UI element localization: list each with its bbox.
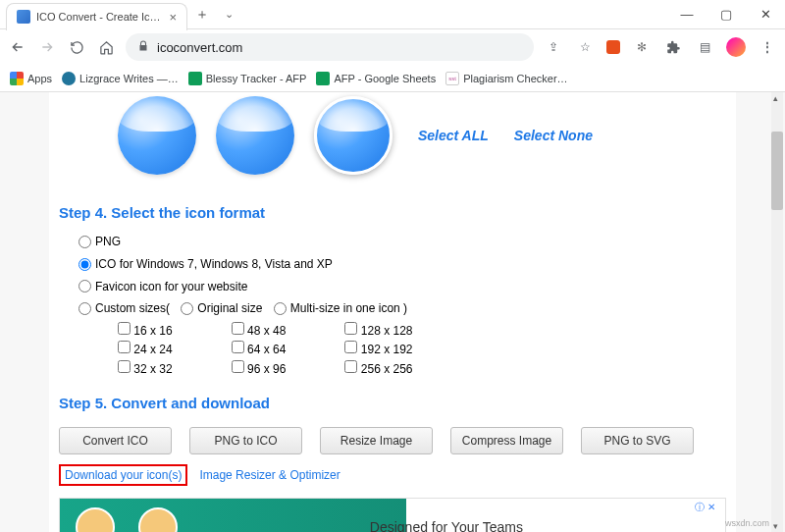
star-icon[interactable]: ☆ (575, 37, 595, 57)
size-label: 96 x 96 (247, 362, 286, 376)
label-original: Original size (197, 297, 262, 320)
bookmark-item[interactable]: AFP - Google Sheets (316, 72, 436, 85)
viewport: Select ALL Select None Step 4. Select th… (0, 92, 785, 532)
check-64[interactable] (232, 341, 244, 353)
apps-button[interactable]: Apps (10, 72, 52, 85)
minimize-button[interactable]: — (667, 0, 706, 29)
ad-close-icon[interactable]: ⓘ ✕ (695, 501, 715, 514)
profile-avatar[interactable] (726, 37, 746, 57)
page-content: Select ALL Select None Step 4. Select th… (49, 92, 736, 532)
extension-icon-1[interactable] (606, 40, 620, 54)
preview-circle[interactable] (118, 96, 196, 175)
convert-ico-button[interactable]: Convert ICO (59, 427, 172, 454)
preview-circle[interactable] (216, 96, 294, 175)
optimizer-link[interactable]: Image Resizer & Optimizer (199, 468, 340, 482)
reload-button[interactable] (67, 37, 86, 57)
check-16[interactable] (118, 322, 131, 335)
ad-headline: Designed for Your Teams (370, 519, 523, 532)
size-label: 192 x 192 (361, 343, 413, 356)
bookmark-label: AFP - Google Sheets (334, 73, 436, 84)
share-icon[interactable]: ⇪ (544, 37, 563, 57)
scrollbar[interactable]: ▴ ▾ (771, 92, 783, 532)
bookmark-label: Apps (27, 73, 52, 84)
reading-list-icon[interactable]: ▤ (695, 37, 714, 57)
radio-custom[interactable] (78, 302, 91, 315)
lock-icon (137, 40, 149, 55)
forward-button[interactable] (37, 37, 57, 57)
maximize-button[interactable]: ▢ (706, 0, 746, 29)
tab-title: ICO Convert - Create Icons From (36, 11, 163, 23)
watermark: wsxdn.com (725, 518, 769, 528)
scrollbar-thumb[interactable] (771, 132, 783, 210)
home-button[interactable] (96, 37, 116, 57)
sst-icon: sst (445, 72, 459, 85)
icon-previews: Select ALL Select None (59, 92, 726, 194)
size-label: 64 x 64 (247, 343, 286, 356)
ad-avatar (138, 507, 178, 532)
compress-image-button[interactable]: Compress Image (450, 427, 563, 454)
check-128[interactable] (344, 322, 357, 335)
sheets-icon (316, 72, 330, 85)
ad-banner[interactable]: ⓘ ✕ Designed for Your Teams (59, 498, 726, 532)
new-tab-button[interactable]: ＋ (195, 6, 209, 24)
radio-png[interactable] (78, 236, 91, 248)
radio-original[interactable] (181, 302, 193, 315)
size-label: 16 x 16 (133, 324, 172, 338)
download-link[interactable]: Download your icon(s) (59, 464, 187, 486)
window-titlebar: ICO Convert - Create Icons From × ＋ ⌄ — … (0, 0, 785, 29)
check-24[interactable] (118, 341, 131, 353)
check-48[interactable] (232, 322, 244, 335)
select-none-link[interactable]: Select None (514, 128, 593, 143)
png-to-svg-button[interactable]: PNG to SVG (581, 427, 694, 454)
bookmark-item[interactable]: Blessy Tracker - AFP (188, 72, 307, 85)
png-to-ico-button[interactable]: PNG to ICO (189, 427, 302, 454)
close-icon[interactable]: × (169, 10, 177, 25)
apps-icon (10, 72, 24, 85)
label-favicon: Favicon icon for your website (95, 276, 247, 298)
size-label: 128 x 128 (361, 324, 413, 338)
browser-tab[interactable]: ICO Convert - Create Icons From × (6, 3, 187, 30)
sheets-icon (188, 72, 202, 85)
download-row: Download your icon(s) Image Resizer & Op… (59, 464, 726, 486)
size-label: 256 x 256 (361, 362, 413, 376)
preview-circle-selected[interactable] (314, 96, 392, 175)
size-label: 32 x 32 (133, 362, 172, 376)
scroll-down-arrow[interactable]: ▾ (769, 520, 781, 532)
menu-button[interactable]: ⋮ (758, 37, 777, 57)
format-options: PNG ICO for Windows 7, Windows 8, Vista … (59, 231, 726, 385)
check-96[interactable] (232, 360, 244, 373)
scroll-up-arrow[interactable]: ▴ (769, 92, 781, 104)
size-label: 48 x 48 (247, 324, 286, 338)
radio-ico[interactable] (78, 258, 91, 271)
bookmark-label: Plagiarism Checker… (463, 73, 567, 84)
wordpress-icon (62, 72, 76, 85)
bookmark-label: Blessy Tracker - AFP (206, 73, 307, 84)
select-all-link[interactable]: Select ALL (418, 128, 489, 143)
check-256[interactable] (344, 360, 357, 373)
bookmark-item[interactable]: sst Plagiarism Checker… (445, 72, 567, 85)
extensions-puzzle-icon[interactable] (663, 37, 683, 57)
step5-heading: Step 5. Convert and download (59, 395, 726, 411)
tab-search-chevron[interactable]: ⌄ (209, 0, 248, 29)
check-192[interactable] (344, 341, 357, 353)
size-checkboxes: 16 x 16 24 x 24 32 x 32 48 x 48 64 x 64 … (78, 322, 706, 379)
label-png: PNG (95, 231, 121, 253)
resize-image-button[interactable]: Resize Image (320, 427, 433, 454)
radio-multi[interactable] (274, 302, 287, 315)
ad-avatar (76, 507, 115, 532)
label-custom: Custom sizes( (95, 297, 170, 320)
address-bar[interactable]: icoconvert.com (126, 33, 534, 61)
bookmark-label: Lizgrace Writes —… (79, 73, 179, 84)
url-text: icoconvert.com (157, 40, 242, 55)
radio-favicon[interactable] (78, 280, 91, 293)
extension-icon-2[interactable]: ✻ (632, 37, 652, 57)
bookmarks-bar: Apps Lizgrace Writes —… Blessy Tracker -… (0, 65, 785, 92)
convert-buttons: Convert ICO PNG to ICO Resize Image Comp… (59, 421, 726, 464)
bookmark-item[interactable]: Lizgrace Writes —… (62, 72, 179, 85)
label-ico: ICO for Windows 7, Windows 8, Vista and … (95, 253, 333, 276)
step4-heading: Step 4. Select the icon format (59, 204, 726, 221)
close-window-button[interactable]: ✕ (746, 0, 785, 29)
back-button[interactable] (8, 37, 27, 57)
toolbar: icoconvert.com ⇪ ☆ ✻ ▤ ⋮ (0, 29, 785, 65)
check-32[interactable] (118, 360, 131, 373)
